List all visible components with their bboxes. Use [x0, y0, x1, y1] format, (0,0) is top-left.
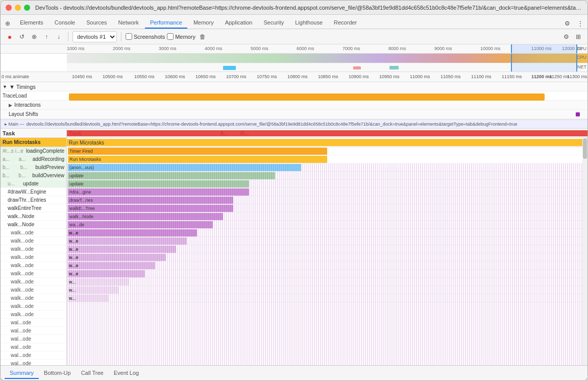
left-row-25[interactable]: wal...ode — [1, 351, 66, 360]
walktree-bar[interactable]: walkE...Tree — [68, 205, 233, 212]
tab-memory[interactable]: Memory — [188, 17, 219, 29]
interactions-label: Interactions — [14, 102, 41, 108]
w-bar-2[interactable]: w... — [68, 287, 119, 294]
tab-sources[interactable]: Sources — [81, 17, 112, 29]
perf-content: 1000 ms 2000 ms 3000 ms 4000 ms 5000 ms … — [1, 44, 587, 380]
perf-settings-icon[interactable]: ⚙ — [561, 32, 571, 42]
left-row-12[interactable]: walk...ode — [1, 245, 66, 253]
left-row-19[interactable]: walk...ode — [1, 302, 66, 311]
left-row-22[interactable]: wal...ode — [1, 327, 66, 335]
left-row-10[interactable]: walk...ode — [1, 229, 66, 237]
left-row-7[interactable]: walkEntireTree — [1, 204, 66, 212]
timings-header[interactable]: ▼ ▼ Timings — [1, 82, 587, 91]
update-bar[interactable]: update — [68, 172, 275, 179]
screenshots-checkbox-label[interactable]: Screenshots — [126, 33, 165, 40]
tab-event-log[interactable]: Event Log — [109, 368, 144, 379]
left-row-11[interactable]: walk...ode — [1, 237, 66, 245]
minimize-button[interactable] — [15, 5, 21, 11]
tab-elements[interactable]: Elements — [15, 17, 48, 29]
left-row-3[interactable]: b... b... buildOverview — [1, 172, 66, 180]
ruler2-10750: 10750 ms — [257, 74, 277, 79]
timer-fired-bar[interactable]: Timer Fired — [68, 148, 327, 155]
flame-anon-row: (anon...ous) — [67, 163, 587, 172]
we-bar-5[interactable]: w...e — [68, 262, 155, 269]
left-row-18[interactable]: walk...ode — [1, 294, 66, 302]
clear-icon[interactable]: ⊗ — [29, 32, 39, 42]
left-row-8[interactable]: walk...Node — [1, 212, 66, 221]
left-row-20[interactable]: walk...ode — [1, 311, 66, 319]
memory-checkbox[interactable] — [167, 33, 174, 40]
left-row-4[interactable]: u... update — [1, 180, 66, 188]
left-row-26[interactable]: wal...ode — [1, 360, 66, 365]
flame-we-row-6: w...e — [67, 270, 587, 278]
left-row-2[interactable]: b... b... buildPreview — [1, 163, 66, 172]
w-bar-1[interactable]: w... — [68, 278, 129, 285]
we-label-2: w...e — [69, 239, 79, 244]
tab-application[interactable]: Application — [220, 17, 258, 29]
tab-bottom-up[interactable]: Bottom-Up — [39, 368, 76, 379]
cpu-label: CPU — [577, 55, 586, 60]
flame-drawengine-row: #dra...gine — [67, 188, 587, 196]
devtools-window: DevTools - devtools://devtools/bundled/d… — [0, 0, 588, 381]
tab-security[interactable]: Security — [258, 17, 289, 29]
screenshots-checkbox[interactable] — [126, 33, 132, 40]
flame-scrollbar[interactable] — [582, 138, 587, 365]
update2-bar[interactable]: update — [68, 180, 249, 187]
walknode-bar[interactable]: walk...Node — [68, 213, 223, 220]
tab-console[interactable]: Console — [50, 17, 80, 29]
we-bar-1[interactable]: w...e — [68, 229, 197, 236]
upload-icon[interactable]: ↑ — [41, 32, 52, 42]
left-row-15[interactable]: walk...ode — [1, 270, 66, 278]
run-microtasks-bar[interactable]: Run Microtasks — [67, 139, 587, 146]
tab-performance[interactable]: Performance — [145, 17, 187, 29]
clear-recordings-icon[interactable]: 🗑 — [198, 32, 208, 42]
left-row-13[interactable]: walk...ode — [1, 253, 66, 261]
record-icon[interactable]: ● — [5, 32, 15, 42]
left-row-1[interactable]: a... a... addRecording — [1, 155, 66, 163]
ruler2-10650: 10650 ms — [195, 74, 216, 79]
we-bar-4[interactable]: w...e — [68, 254, 166, 261]
w-bar-3[interactable]: w... — [68, 295, 109, 302]
left-row-16[interactable]: walk...ode — [1, 278, 66, 286]
tab-call-tree[interactable]: Call Tree — [76, 368, 109, 379]
maximize-button[interactable] — [24, 5, 30, 11]
device-select[interactable]: devtools #1 — [72, 31, 117, 42]
wade-bar[interactable]: wa...de — [68, 221, 213, 228]
drawengine-bar[interactable]: #dra...gine — [68, 188, 249, 196]
tab-summary[interactable]: Summary — [5, 368, 39, 379]
left-row-23[interactable]: wal...ode — [1, 335, 66, 343]
tab-lighthouse[interactable]: Lighthouse — [290, 17, 328, 29]
we-bar-2[interactable]: w...e — [68, 237, 187, 245]
wade-label: wa...de — [69, 222, 84, 227]
left-row-21[interactable]: wal...ode — [1, 319, 66, 327]
memory-checkbox-label[interactable]: Memory — [167, 33, 195, 40]
ruler2-11300: 11300 ms — [567, 74, 587, 79]
run-microtasks2-bar[interactable]: Run Microtasks — [68, 156, 327, 163]
inspect-icon[interactable]: ⊕ — [3, 18, 13, 29]
we-bar-6[interactable]: w...e — [68, 270, 145, 277]
close-button[interactable] — [6, 5, 12, 11]
interactions-row[interactable]: ▶ Interactions — [1, 101, 587, 110]
left-row-14[interactable]: walk...ode — [1, 261, 66, 270]
left-row-17[interactable]: walk...ode — [1, 286, 66, 294]
we-bar-3[interactable]: w...e — [68, 246, 176, 253]
download-icon[interactable]: ↓ — [54, 32, 64, 42]
left-row-24[interactable]: wal...ode — [1, 343, 66, 351]
perf-dock-icon[interactable]: ⊞ — [573, 32, 583, 42]
drawtries-bar[interactable]: drawT...ries — [68, 197, 233, 204]
tab-recorder[interactable]: Recorder — [329, 17, 362, 29]
ruler2-10900: 10900 ms — [349, 74, 369, 79]
tab-network[interactable]: Network — [113, 17, 144, 29]
left-row-0[interactable]: #r...s i...e loadingComplete — [1, 147, 66, 155]
left-row-6[interactable]: drawThr...Entries — [1, 196, 66, 204]
anon-bar[interactable]: (anon...ous) — [68, 164, 301, 171]
left-row-5[interactable]: #drawW...Engine — [1, 188, 66, 196]
more-options-icon[interactable]: ⋮ — [575, 18, 585, 29]
timeline-ruler1: 1000 ms 2000 ms 3000 ms 4000 ms 5000 ms … — [1, 44, 587, 54]
ruler2-10600: 10600 ms — [165, 74, 185, 79]
timings-label: ▼ Timings — [9, 84, 36, 90]
left-row-9[interactable]: walk...Node — [1, 221, 66, 229]
settings-icon[interactable]: ⚙ — [562, 18, 572, 29]
reload-record-icon[interactable]: ↺ — [17, 32, 27, 42]
flame-scrollbar-thumb[interactable] — [583, 138, 587, 159]
